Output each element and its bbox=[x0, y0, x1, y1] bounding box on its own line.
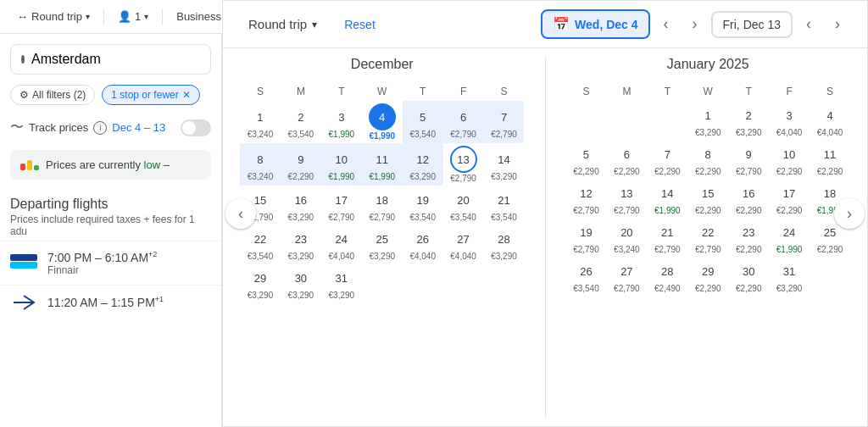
track-icon: 〜 bbox=[10, 119, 24, 136]
jan-13[interactable]: 13€2,790 bbox=[606, 179, 647, 218]
dec-17[interactable]: 17€2,790 bbox=[321, 186, 362, 225]
dow-f1: F bbox=[443, 82, 484, 101]
dec-9[interactable]: 9€2,290 bbox=[281, 143, 321, 186]
jan-5[interactable]: 5€2,290 bbox=[566, 140, 607, 179]
passengers-selector[interactable]: 👤 1 ▾ bbox=[111, 7, 155, 26]
roundtrip-icon: ↔ bbox=[17, 10, 28, 23]
jan-15[interactable]: 15€2,290 bbox=[687, 179, 728, 218]
jan-22[interactable]: 22€2,790 bbox=[687, 218, 728, 257]
jan-6[interactable]: 6€2,290 bbox=[606, 140, 647, 179]
person-icon: 👤 bbox=[118, 10, 131, 23]
jan-31[interactable]: 31€3,290 bbox=[769, 257, 810, 296]
jan-14[interactable]: 14€1,990 bbox=[647, 179, 687, 218]
dec-1[interactable]: 1€3,240 bbox=[240, 101, 281, 143]
jan-4[interactable]: 4€4,040 bbox=[810, 101, 850, 140]
dec-18[interactable]: 18€2,790 bbox=[362, 186, 403, 225]
toggle-knob bbox=[182, 121, 196, 135]
end-date-button[interactable]: Fri, Dec 13 bbox=[711, 11, 793, 38]
jan-23[interactable]: 23€2,290 bbox=[728, 218, 769, 257]
dec-26[interactable]: 26€4,040 bbox=[403, 225, 443, 263]
jan-16[interactable]: 16€2,290 bbox=[728, 179, 769, 218]
jan-3[interactable]: 3€4,040 bbox=[769, 101, 810, 140]
jan-7[interactable]: 7€2,290 bbox=[647, 140, 687, 179]
calendar-roundtrip-selector[interactable]: Round trip ▾ bbox=[240, 12, 326, 36]
jan-1[interactable]: 1€3,290 bbox=[687, 101, 728, 140]
search-box[interactable] bbox=[10, 44, 211, 75]
jan-26[interactable]: 26€3,540 bbox=[566, 257, 607, 296]
jan-10[interactable]: 10€2,290 bbox=[769, 140, 810, 179]
jan-2[interactable]: 2€3,290 bbox=[728, 101, 769, 140]
jan-28[interactable]: 28€2,490 bbox=[647, 257, 687, 296]
jan-11[interactable]: 11€2,290 bbox=[810, 140, 850, 179]
jan-9[interactable]: 9€2,790 bbox=[728, 140, 769, 179]
dec-29[interactable]: 29€3,290 bbox=[240, 263, 281, 302]
dec-14[interactable]: 14€3,290 bbox=[484, 143, 525, 186]
calendar-divider bbox=[545, 57, 546, 418]
airline-logo-1 bbox=[10, 294, 37, 311]
dec-31[interactable]: 31€3,290 bbox=[321, 263, 362, 302]
jan-20[interactable]: 20€3,240 bbox=[606, 218, 647, 257]
dec-8[interactable]: 8€3,240 bbox=[240, 143, 281, 186]
jan-29[interactable]: 29€2,290 bbox=[687, 257, 728, 296]
jan-30[interactable]: 30€2,290 bbox=[728, 257, 769, 296]
svg-rect-1 bbox=[10, 262, 37, 269]
flight-item-0[interactable]: 7:00 PM – 6:10 AM+2 Finnair bbox=[0, 241, 221, 285]
flight-sup-1: +1 bbox=[155, 295, 164, 303]
dec-7[interactable]: 7€2,790 bbox=[484, 101, 525, 143]
jan-27[interactable]: 27€2,790 bbox=[606, 257, 647, 296]
dec-27[interactable]: 27€4,040 bbox=[443, 225, 484, 263]
trip-type-label: Round trip bbox=[31, 10, 82, 23]
reset-button[interactable]: Reset bbox=[336, 13, 384, 36]
flight-info-1: 11:20 AM – 1:15 PM+1 bbox=[47, 295, 211, 309]
start-date-text: Wed, Dec 4 bbox=[575, 18, 637, 31]
start-date-prev[interactable]: ‹ bbox=[654, 12, 679, 37]
dec-21[interactable]: 21€3,540 bbox=[484, 186, 525, 225]
dec-16[interactable]: 16€3,290 bbox=[281, 186, 321, 225]
dec-24[interactable]: 24€4,040 bbox=[321, 225, 362, 263]
dec-12[interactable]: 12€3,290 bbox=[403, 143, 443, 186]
dec-23[interactable]: 23€3,290 bbox=[281, 225, 321, 263]
dow-m1: M bbox=[281, 82, 321, 101]
dec-20[interactable]: 20€3,540 bbox=[443, 186, 484, 225]
jan-24[interactable]: 24€1,990 bbox=[769, 218, 810, 257]
dec-13[interactable]: 13€2,790 bbox=[443, 143, 484, 186]
jan-12[interactable]: 12€2,790 bbox=[566, 179, 607, 218]
trip-type-selector[interactable]: ↔ Round trip ▾ bbox=[10, 7, 97, 26]
dec-28[interactable]: 28€3,290 bbox=[484, 225, 525, 263]
january-title: January 2025 bbox=[566, 57, 851, 72]
flight-item-1[interactable]: 11:20 AM – 1:15 PM+1 bbox=[0, 285, 221, 319]
jan-8[interactable]: 8€2,290 bbox=[687, 140, 728, 179]
dow-s2: S bbox=[484, 82, 525, 101]
dec-6[interactable]: 6€2,790 bbox=[443, 101, 484, 143]
calendar-next-arrow[interactable]: › bbox=[834, 198, 865, 229]
dec-5[interactable]: 5€3,540 bbox=[403, 101, 443, 143]
prices-banner-text: Prices are currently low – bbox=[46, 158, 170, 171]
passengers-chevron: ▾ bbox=[144, 12, 148, 21]
jan-dow-f1: F bbox=[769, 82, 810, 101]
dec-19[interactable]: 19€3,540 bbox=[403, 186, 443, 225]
jan-17[interactable]: 17€2,290 bbox=[769, 179, 810, 218]
jan-21[interactable]: 21€2,790 bbox=[647, 218, 687, 257]
stops-filter-chip[interactable]: 1 stop or fewer ✕ bbox=[102, 85, 199, 105]
all-filters-chip[interactable]: ⚙ All filters (2) bbox=[10, 85, 95, 105]
dec-25[interactable]: 25€3,290 bbox=[362, 225, 403, 263]
dec-22[interactable]: 22€3,540 bbox=[240, 225, 281, 263]
end-date-prev[interactable]: ‹ bbox=[796, 12, 821, 37]
jan-dow-t1: T bbox=[647, 82, 687, 101]
jan-19[interactable]: 19€2,790 bbox=[566, 218, 607, 257]
origin-input[interactable] bbox=[31, 52, 201, 67]
dec-4[interactable]: 4€1,990 bbox=[362, 101, 403, 143]
dec-30[interactable]: 30€3,290 bbox=[281, 263, 321, 302]
calendar-prev-arrow[interactable]: ‹ bbox=[225, 198, 256, 229]
flight-times-0: 7:00 PM – 6:10 AM+2 bbox=[47, 250, 211, 264]
track-prices-info-icon[interactable]: i bbox=[93, 121, 107, 135]
dec-3[interactable]: 3€1,990 bbox=[321, 101, 362, 143]
start-date-next[interactable]: › bbox=[682, 12, 708, 37]
end-date-next[interactable]: › bbox=[825, 12, 850, 37]
track-prices-toggle[interactable] bbox=[181, 119, 211, 136]
dec-11[interactable]: 11€1,990 bbox=[362, 143, 403, 186]
flight-airline-0: Finnair bbox=[47, 264, 211, 276]
dec-10[interactable]: 10€1,990 bbox=[321, 143, 362, 186]
dec-2[interactable]: 2€3,540 bbox=[281, 101, 321, 143]
start-date-button[interactable]: 📅 Wed, Dec 4 bbox=[541, 9, 649, 39]
